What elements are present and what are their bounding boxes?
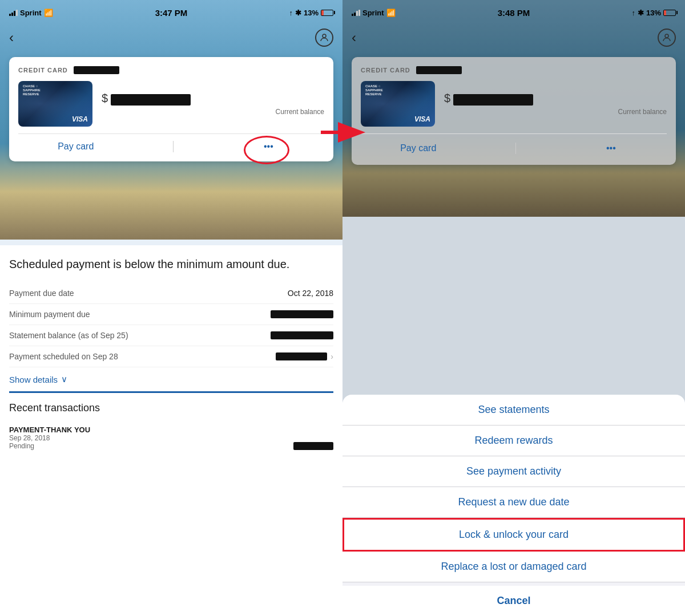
menu-item-statements[interactable]: See statements — [342, 395, 685, 425]
signal-bars-right — [352, 10, 360, 16]
carrier-name-right: Sprint — [362, 9, 384, 17]
min-payment-value — [271, 310, 333, 318]
transaction-date: Sep 28, 2018 — [9, 434, 333, 442]
battery-fill-left — [321, 10, 324, 15]
card-divider-left — [18, 133, 324, 134]
location-icon-right: ↑ — [631, 9, 635, 17]
transactions-title: Recent transactions — [9, 402, 333, 414]
nav-bar-right: ‹ — [342, 25, 685, 50]
time-left: 3:47 PM — [155, 8, 188, 18]
min-payment-label: Minimum payment due — [9, 310, 90, 319]
balance-area-right: $ Current balance — [444, 92, 667, 116]
cancel-button[interactable]: Cancel — [342, 586, 685, 616]
visa-logo-left: VISA — [72, 115, 88, 123]
menu-item-replace-card[interactable]: Replace a lost or damaged card — [342, 552, 685, 582]
credit-card-image-left: CHASE ○SAPPHIRERESERVE VISA — [18, 81, 92, 127]
battery-pct-right: 13% — [646, 9, 661, 17]
card-body-left: CHASE ○SAPPHIRERESERVE VISA $ Current ba… — [18, 81, 324, 127]
svg-point-0 — [323, 34, 326, 38]
transaction-status: Pending — [9, 442, 34, 450]
status-bar-right: Sprint 📶 3:48 PM ↑ ✱ 13% — [342, 0, 685, 25]
menu-item-lock-card[interactable]: Lock & unlock your card — [342, 518, 685, 552]
balance-value-left — [111, 94, 191, 106]
card-container-left: CREDIT CARD CHASE ○SAPPHIRERESERVE VISA … — [9, 57, 333, 161]
svg-point-3 — [665, 34, 668, 38]
back-button-right[interactable]: ‹ — [352, 30, 356, 46]
scheduled-value-group: › — [276, 352, 333, 361]
profile-icon-left[interactable] — [315, 29, 333, 47]
status-right-right: ↑ ✱ 13% — [631, 9, 676, 17]
status-right-left: ↑ ✱ 13% — [289, 9, 333, 17]
transaction-item: PAYMENT-THANK YOU Sep 28, 2018 Pending — [9, 421, 333, 455]
right-panel: Sprint 📶 3:48 PM ↑ ✱ 13% ‹ CREDIT CARD — [342, 0, 685, 616]
card-body-right: CHASE ○SAPPHIRERESERVE VISA $ Current ba… — [361, 81, 667, 127]
credit-card-image-right: CHASE ○SAPPHIRERESERVE VISA — [361, 81, 435, 127]
card-label-left: CREDIT CARD — [18, 67, 68, 74]
card-label-right: CREDIT CARD — [361, 67, 410, 74]
scheduled-value — [276, 352, 327, 360]
balance-value-right — [453, 94, 533, 106]
card-number-right — [416, 66, 462, 74]
carrier-signal-right: Sprint 📶 — [352, 9, 396, 17]
action-divider-left — [173, 141, 174, 152]
wifi-icon-right: 📶 — [386, 9, 396, 17]
balance-area-left: $ Current balance — [102, 92, 324, 116]
battery-icon-left — [321, 10, 333, 16]
bluetooth-icon-left: ✱ — [295, 9, 301, 17]
scheduled-payment-row[interactable]: Payment scheduled on Sep 28 › — [9, 346, 333, 367]
dollar-sign-left: $ — [102, 92, 108, 104]
transaction-row-bottom: Pending — [9, 442, 333, 450]
menu-item-new-due-date[interactable]: Request a new due date — [342, 487, 685, 518]
pay-card-button-right[interactable]: Pay card — [400, 143, 436, 153]
card-divider-right — [361, 133, 667, 134]
balance-label-right: Current balance — [444, 108, 667, 116]
carrier-signal-left: Sprint 📶 — [9, 9, 53, 17]
action-menu-sheet: See statements Redeem rewards See paymen… — [342, 395, 685, 616]
left-panel: Sprint 📶 3:47 PM ↑ ✱ 13% ‹ CREDIT CARD — [0, 0, 342, 616]
card-header-right: CREDIT CARD — [361, 66, 667, 74]
time-right: 3:48 PM — [498, 8, 530, 18]
menu-item-payment-activity[interactable]: See payment activity — [342, 456, 685, 487]
transaction-amount — [293, 442, 333, 450]
card-actions-right: Pay card ••• — [361, 141, 667, 156]
balance-display-left: $ — [102, 92, 324, 106]
back-button-left[interactable]: ‹ — [9, 30, 14, 46]
due-date-row: Payment due date Oct 22, 2018 — [9, 283, 333, 304]
content-area-left: Scheduled payment is below the minimum a… — [0, 245, 342, 616]
transaction-name: PAYMENT-THANK YOU — [9, 425, 333, 434]
more-dots-button[interactable]: ••• — [252, 139, 285, 153]
min-payment-row: Minimum payment due — [9, 304, 333, 325]
card-brand-right: CHASE ○SAPPHIRERESERVE — [365, 84, 383, 97]
bluetooth-icon-right: ✱ — [638, 9, 644, 17]
statement-balance-value — [271, 331, 333, 339]
nav-bar-left: ‹ — [0, 25, 342, 50]
show-details-button[interactable]: Show details ∨ — [9, 374, 333, 393]
card-brand-left: CHASE ○SAPPHIRERESERVE — [23, 84, 41, 97]
signal-bars-left — [9, 10, 18, 16]
action-divider-right — [515, 143, 516, 154]
card-container-right: CREDIT CARD CHASE ○SAPPHIRERESERVE VISA … — [352, 57, 676, 165]
card-header-left: CREDIT CARD — [18, 66, 324, 74]
dollar-sign-right: $ — [444, 92, 450, 104]
more-dots-button-right[interactable]: ••• — [595, 141, 627, 156]
show-details-label: Show details — [9, 375, 58, 384]
due-date-value: Oct 22, 2018 — [288, 289, 333, 298]
battery-pct-left: 13% — [304, 9, 319, 17]
menu-item-rewards[interactable]: Redeem rewards — [342, 425, 685, 456]
carrier-name-left: Sprint — [20, 9, 42, 17]
balance-display-right: $ — [444, 92, 667, 106]
chevron-right-icon: › — [331, 352, 333, 361]
status-bar-left: Sprint 📶 3:47 PM ↑ ✱ 13% — [0, 0, 342, 25]
card-number-left — [74, 66, 119, 74]
location-icon-left: ↑ — [289, 9, 293, 17]
visa-logo-right: VISA — [414, 115, 430, 123]
due-date-label: Payment due date — [9, 289, 74, 298]
profile-icon-right[interactable] — [658, 29, 676, 47]
battery-icon-right — [663, 10, 676, 16]
pay-card-button[interactable]: Pay card — [58, 141, 94, 152]
recent-transactions-section: Recent transactions PAYMENT-THANK YOU Se… — [9, 402, 333, 455]
chevron-down-icon: ∨ — [61, 374, 67, 384]
statement-balance-row: Statement balance (as of Sep 25) — [9, 325, 333, 346]
card-actions-left: Pay card ••• — [18, 141, 324, 152]
warning-message: Scheduled payment is below the minimum a… — [9, 257, 333, 271]
